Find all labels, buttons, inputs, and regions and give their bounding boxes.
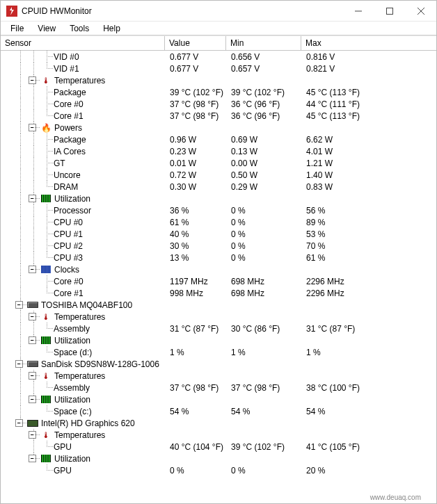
- row-label: Temperatures: [54, 371, 105, 381]
- tree-row[interactable]: CPU #230 %0 %70 %: [1, 240, 436, 252]
- max-cell: 1.40 W: [302, 170, 386, 180]
- min-cell: 39 °C (102 °F): [227, 442, 302, 452]
- row-label: GPU: [54, 466, 72, 475]
- col-min[interactable]: Min: [226, 36, 301, 50]
- tree-row[interactable]: 🌡Temperatures: [1, 429, 436, 441]
- expand-toggle[interactable]: [29, 431, 36, 439]
- min-cell: 698 MHz: [227, 277, 302, 286]
- tree-row[interactable]: Utilization: [1, 334, 436, 346]
- tree-row[interactable]: Utilization: [1, 193, 436, 204]
- tree-row[interactable]: VID #10.677 V0.657 V0.821 V: [1, 63, 436, 74]
- expand-toggle[interactable]: [15, 360, 23, 368]
- min-cell: 0.656 V: [227, 52, 302, 62]
- tree-row[interactable]: Space (c:)54 %54 %54 %: [1, 405, 436, 417]
- tree-row[interactable]: Core #01197 MHz698 MHz2296 MHz: [1, 275, 436, 287]
- tree-row[interactable]: GT0.01 W0.00 W1.21 W: [1, 157, 436, 169]
- expand-toggle[interactable]: [15, 419, 23, 427]
- tree-row[interactable]: SanDisk SD9SN8W-128G-1006: [1, 358, 436, 370]
- tree-row[interactable]: Clocks: [1, 263, 436, 275]
- tree-row[interactable]: Uncore0.72 W0.50 W1.40 W: [1, 169, 436, 181]
- expand-toggle[interactable]: [15, 301, 23, 309]
- tree-row[interactable]: Utilization: [1, 393, 436, 405]
- row-label: DRAM: [54, 182, 78, 192]
- expand-toggle[interactable]: [29, 336, 36, 344]
- tree-row[interactable]: VID #00.677 V0.656 V0.816 V: [1, 51, 436, 63]
- max-cell: 20 %: [302, 466, 386, 475]
- tree-row[interactable]: 🌡Temperatures: [1, 74, 436, 86]
- min-cell: 54 %: [227, 407, 302, 416]
- expand-toggle[interactable]: [29, 372, 36, 380]
- tree-row[interactable]: Assembly37 °C (98 °F)37 °C (98 °F)38 °C …: [1, 382, 436, 393]
- row-label: Utilization: [54, 336, 90, 346]
- min-cell: 0.29 W: [227, 182, 302, 192]
- value-cell: 1 %: [166, 348, 227, 357]
- row-label: Clocks: [54, 265, 79, 275]
- close-button[interactable]: [405, 1, 436, 22]
- tree-row[interactable]: Core #137 °C (98 °F)36 °C (96 °F)45 °C (…: [1, 110, 436, 122]
- row-label: Assembly: [54, 324, 90, 334]
- menu-view[interactable]: View: [31, 22, 63, 35]
- expand-toggle[interactable]: [29, 266, 36, 273]
- tree-row[interactable]: Core #1998 MHz698 MHz2296 MHz: [1, 287, 436, 299]
- tree-row[interactable]: CPU #061 %0 %89 %: [1, 216, 436, 228]
- tree-row[interactable]: TOSHIBA MQ04ABF100: [1, 299, 436, 311]
- value-cell: 0.72 W: [166, 170, 227, 180]
- sensor-tree[interactable]: VID #00.677 V0.656 V0.816 VVID #10.677 V…: [1, 51, 436, 495]
- tree-row[interactable]: 🔥Powers: [1, 122, 436, 133]
- maximize-icon: [386, 8, 393, 15]
- min-cell: 1 %: [227, 348, 302, 357]
- min-cell: 36 °C (96 °F): [227, 111, 302, 121]
- col-max[interactable]: Max: [301, 36, 415, 50]
- col-sensor[interactable]: Sensor: [1, 36, 165, 50]
- tree-row[interactable]: GPU0 %0 %20 %: [1, 464, 436, 476]
- row-label: Core #1: [54, 111, 84, 121]
- tree-row[interactable]: CPU #313 %0 %61 %: [1, 252, 436, 263]
- tree-row[interactable]: Package0.96 W0.69 W6.62 W: [1, 133, 436, 145]
- value-cell: 39 °C (102 °F): [166, 88, 227, 97]
- row-label: Uncore: [54, 170, 81, 180]
- tree-row[interactable]: Space (d:)1 %1 %1 %: [1, 346, 436, 358]
- min-cell: 0 %: [227, 241, 302, 251]
- column-headers: Sensor Value Min Max: [1, 35, 436, 51]
- expand-toggle[interactable]: [29, 124, 36, 131]
- menu-tools[interactable]: Tools: [63, 22, 96, 35]
- tree-row[interactable]: IA Cores0.23 W0.13 W4.01 W: [1, 145, 436, 157]
- row-label: Package: [54, 135, 86, 145]
- title-bar: CPUID HWMonitor: [1, 1, 436, 22]
- row-label: IA Cores: [54, 147, 86, 156]
- col-value[interactable]: Value: [165, 36, 226, 50]
- value-cell: 54 %: [166, 407, 227, 416]
- expand-toggle[interactable]: [29, 313, 36, 320]
- tree-row[interactable]: Processor36 %0 %56 %: [1, 204, 436, 216]
- expand-toggle[interactable]: [29, 455, 36, 462]
- tree-row[interactable]: 🌡Temperatures: [1, 370, 436, 382]
- tree-row[interactable]: Core #037 °C (98 °F)36 °C (96 °F)44 °C (…: [1, 98, 436, 110]
- tree-row[interactable]: DRAM0.30 W0.29 W0.83 W: [1, 181, 436, 193]
- minimize-button[interactable]: [342, 1, 374, 22]
- value-cell: 0.96 W: [166, 135, 227, 145]
- tree-row[interactable]: 🌡Temperatures: [1, 311, 436, 323]
- value-cell: 0.23 W: [166, 147, 227, 156]
- expand-toggle[interactable]: [29, 396, 36, 403]
- menu-file[interactable]: File: [3, 22, 31, 35]
- min-cell: 0.13 W: [227, 147, 302, 156]
- gpu-icon: [27, 418, 38, 428]
- tree-row[interactable]: GPU40 °C (104 °F)39 °C (102 °F)41 °C (10…: [1, 441, 436, 453]
- utilization-icon: [40, 336, 51, 346]
- clock-icon: [40, 265, 51, 275]
- tree-row[interactable]: CPU #140 %0 %53 %: [1, 228, 436, 240]
- row-label: VID #1: [54, 64, 79, 74]
- expand-toggle[interactable]: [29, 76, 36, 84]
- row-label: CPU #0: [54, 218, 83, 227]
- tree-row[interactable]: Utilization: [1, 453, 436, 464]
- row-label: CPU #3: [54, 253, 83, 263]
- maximize-button[interactable]: [374, 1, 405, 22]
- value-cell: 36 %: [166, 206, 227, 216]
- tree-row[interactable]: Package39 °C (102 °F)39 °C (102 °F)45 °C…: [1, 86, 436, 98]
- menu-help[interactable]: Help: [96, 22, 127, 35]
- tree-row[interactable]: Intel(R) HD Graphics 620: [1, 417, 436, 429]
- value-cell: 37 °C (98 °F): [166, 111, 227, 121]
- tree-row[interactable]: Assembly31 °C (87 °F)30 °C (86 °F)31 °C …: [1, 323, 436, 334]
- min-cell: 0.657 V: [227, 64, 302, 74]
- expand-toggle[interactable]: [29, 195, 36, 202]
